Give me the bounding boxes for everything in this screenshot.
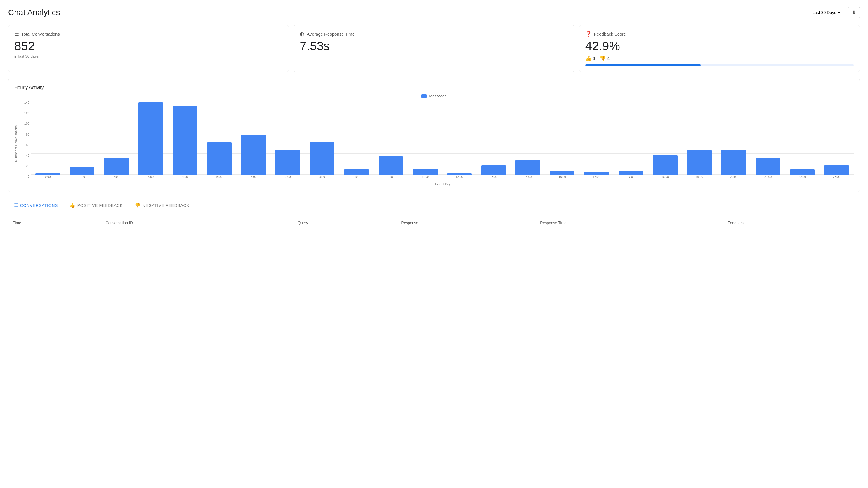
bar [275,150,300,175]
legend-label: Messages [429,94,446,98]
bar [241,135,266,175]
y-axis: 140120100806040200 [20,101,31,186]
tabs-bar: ☰CONVERSATIONS👍POSITIVE FEEDBACK👎NEGATIV… [8,199,860,212]
x-label: 2:00 [99,175,133,182]
conversations-icon: ☰ [14,31,19,37]
bar-group [580,101,614,175]
bar-group [819,101,854,175]
feedback-icon: ❓ [585,31,592,37]
download-icon: ⬇ [851,10,856,16]
y-label: 100 [24,122,30,125]
thumbs-down-count: 4 [607,56,610,61]
total-conversations-sub: in last 30 days [14,54,283,58]
tab-conversations[interactable]: ☰CONVERSATIONS [8,199,64,212]
x-label: 12:00 [442,175,476,182]
bar [173,106,197,175]
total-conversations-header: ☰ Total Conversations [14,31,283,37]
total-conversations-value: 852 [14,39,283,53]
bar-group [648,101,682,175]
chart-legend: Messages [14,94,854,98]
bar [824,165,849,175]
feedback-score-value: 42.9% [585,39,854,53]
x-label: 21:00 [751,175,785,182]
bar [310,142,335,175]
feedback-score-card: ❓ Feedback Score 42.9% 👍 3 👎 4 [579,25,860,72]
avg-response-value: 7.53s [300,39,568,53]
feedback-score-header: ❓ Feedback Score [585,31,854,37]
table-col-conversation-id: Conversation ID [101,217,293,229]
bar [70,167,95,175]
x-label: 18:00 [648,175,682,182]
avg-response-label: Average Response Time [307,32,354,36]
bar [344,170,369,175]
x-label: 19:00 [682,175,716,182]
bar-group [339,101,374,175]
thumbs-down-item: 👎 4 [599,55,610,62]
x-label: 3:00 [133,175,168,182]
tab-label-conversations: CONVERSATIONS [20,203,58,208]
bar-group [545,101,579,175]
avg-response-header: ◐ Average Response Time [300,31,568,37]
x-axis-title: Hour of Day [31,182,854,186]
bar-group [408,101,442,175]
chart-title: Hourly Activity [14,85,854,90]
bar [653,155,678,175]
bar [790,170,815,175]
y-label: 140 [24,101,30,104]
bar-group [511,101,545,175]
bar [755,158,780,175]
y-label: 20 [26,165,30,168]
tab-icon-negative: 👎 [135,202,141,208]
tabs-section: ☰CONVERSATIONS👍POSITIVE FEEDBACK👎NEGATIV… [8,199,860,212]
x-label: 10:00 [374,175,408,182]
page-title: Chat Analytics [8,8,60,17]
total-conversations-label: Total Conversations [21,32,60,36]
download-button[interactable]: ⬇ [848,7,860,18]
table-col-query: Query [293,217,396,229]
bar [378,156,403,175]
date-filter-button[interactable]: Last 30 Days ▾ [808,8,844,17]
bar-group [785,101,819,175]
bar-group [442,101,476,175]
total-conversations-card: ☰ Total Conversations 852 in last 30 day… [8,25,289,72]
tab-positive[interactable]: 👍POSITIVE FEEDBACK [64,199,129,212]
thumbs-up-icon: 👍 [585,55,592,62]
x-label: 23:00 [819,175,854,182]
conversations-table: TimeConversation IDQueryResponseResponse… [8,217,860,229]
feedback-score-label: Feedback Score [594,32,626,36]
bar [447,173,472,175]
hourly-chart-section: Hourly Activity Messages Number of Conve… [8,79,860,192]
table-col-time: Time [8,217,101,229]
y-label: 80 [26,133,30,136]
avg-response-card: ◐ Average Response Time 7.53s [293,25,574,72]
bar-group [202,101,236,175]
x-axis-labels: 0:001:002:003:004:005:006:007:008:009:00… [31,175,854,182]
date-filter-label: Last 30 Days [812,10,836,15]
x-label: 8:00 [305,175,339,182]
bar-group [65,101,99,175]
bar [138,102,163,175]
x-label: 15:00 [545,175,579,182]
tab-icon-positive: 👍 [69,202,75,208]
table-col-feedback: Feedback [723,217,860,229]
x-label: 4:00 [168,175,202,182]
thumbs-up-count: 3 [593,56,595,61]
x-label: 1:00 [65,175,99,182]
bar-group [614,101,648,175]
x-label: 17:00 [614,175,648,182]
bar-group [716,101,751,175]
x-label: 20:00 [716,175,751,182]
y-label: 40 [26,154,30,157]
bar-group [168,101,202,175]
bar-group [751,101,785,175]
x-label: 6:00 [237,175,271,182]
tab-negative[interactable]: 👎NEGATIVE FEEDBACK [129,199,195,212]
table-col-response: Response [396,217,535,229]
y-label: 120 [24,112,30,115]
bar [207,142,232,175]
bar-group [305,101,339,175]
x-label: 5:00 [202,175,236,182]
legend-color-box [422,94,427,98]
thumbs-up-item: 👍 3 [585,55,595,62]
feedback-bar-fill [585,64,701,66]
